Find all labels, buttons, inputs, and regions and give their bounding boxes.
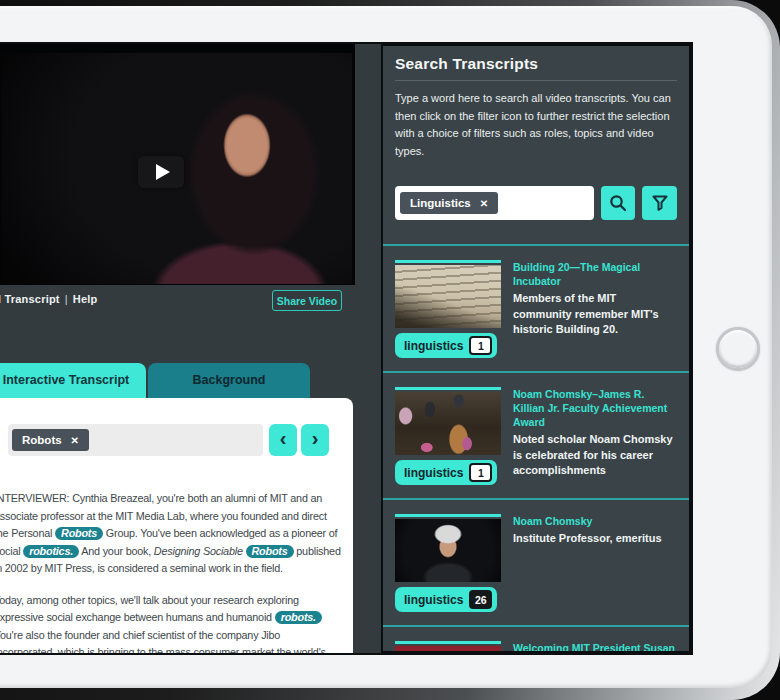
- result-description: Noted scholar Noam Chomsky is celebrated…: [513, 432, 677, 479]
- next-match-button[interactable]: ›: [301, 424, 329, 456]
- result-row-susan-hockfield[interactable]: Welcoming MIT President Susan Hockfield …: [383, 627, 689, 653]
- transcript-links: ad Transcript|Help: [0, 293, 97, 305]
- home-button[interactable]: [716, 327, 760, 371]
- transcript-filter-chip[interactable]: Robots ✕: [12, 429, 89, 451]
- download-transcript-link[interactable]: ad Transcript: [0, 293, 60, 305]
- funnel-icon: [650, 193, 670, 213]
- chip-label: Linguistics: [410, 197, 471, 209]
- search-term-chip[interactable]: Linguistics ✕: [400, 192, 498, 214]
- transcript-keyword-chip[interactable]: Robots: [246, 545, 294, 558]
- transcript-keyword-chip[interactable]: Robots: [55, 527, 103, 540]
- transcript-search-bar[interactable]: Robots ✕: [8, 424, 263, 456]
- transcript-text-segment: Today, among other topics, we'll talk ab…: [0, 594, 299, 624]
- result-description: Members of the MIT community remember MI…: [513, 291, 677, 338]
- tab-interactive-transcript[interactable]: Interactive Transcript: [0, 363, 146, 398]
- transcript-text-segment: Designing Sociable: [154, 545, 243, 557]
- search-button[interactable]: [601, 186, 636, 220]
- transcript-text: INTERVIEWER: Cynthia Breazeal, you're bo…: [0, 490, 342, 655]
- keyword-badge[interactable]: linguistics 1: [395, 333, 497, 358]
- badge-count: 1: [469, 336, 492, 355]
- result-row-killian-award[interactable]: linguistics 1 Noam Chomsky–James R. Kill…: [383, 373, 689, 498]
- thumbnail-accent-bar: [395, 260, 501, 263]
- help-link[interactable]: Help: [73, 293, 98, 305]
- badge-label: linguistics: [404, 339, 463, 353]
- transcript-paragraph-1: INTERVIEWER: Cynthia Breazeal, you're bo…: [0, 490, 342, 578]
- transcript-card: Robots ✕ ‹ › INTERVIEWER: Cynthia Breaze…: [0, 398, 353, 653]
- transcript-keyword-chip[interactable]: robots.: [275, 611, 322, 624]
- video-player[interactable]: [0, 44, 355, 285]
- remove-chip-icon[interactable]: ✕: [71, 435, 79, 446]
- badge-count: 26: [469, 590, 492, 609]
- transcript-text-segment: And your book,: [79, 545, 154, 557]
- result-thumbnail[interactable]: [395, 265, 501, 328]
- play-icon: [156, 164, 170, 180]
- previous-match-button[interactable]: ‹: [269, 424, 297, 456]
- result-thumbnail[interactable]: [395, 392, 501, 455]
- search-row: Linguistics ✕: [395, 186, 677, 220]
- transcript-keyword-chip[interactable]: robotics.: [23, 545, 79, 558]
- result-thumbnail[interactable]: [395, 519, 501, 582]
- magnifier-icon: [608, 193, 628, 213]
- chip-label: Robots: [22, 434, 62, 446]
- tab-background[interactable]: Background: [148, 363, 310, 398]
- result-row-building-20[interactable]: linguistics 1 Building 20—The Magical In…: [383, 246, 689, 371]
- play-button[interactable]: [138, 156, 184, 188]
- result-title-link[interactable]: Noam Chomsky: [513, 514, 677, 528]
- transcript-text-segment: You're also the founder and chief scient…: [0, 629, 326, 656]
- share-video-button[interactable]: Share Video: [272, 290, 342, 311]
- result-thumbnail[interactable]: [395, 646, 501, 653]
- search-input[interactable]: Linguistics ✕: [395, 186, 594, 220]
- divider: [395, 80, 677, 81]
- keyword-badge[interactable]: linguistics 1: [395, 460, 497, 485]
- keyword-badge[interactable]: linguistics 26: [395, 587, 497, 612]
- video-still: [2, 53, 352, 284]
- result-row-noam-chomsky[interactable]: linguistics 26 Noam Chomsky Institute Pr…: [383, 500, 689, 625]
- badge-label: linguistics: [404, 466, 463, 480]
- badge-count: 1: [469, 463, 492, 482]
- thumbnail-accent-bar: [395, 387, 501, 390]
- panel-title: Search Transcripts: [395, 55, 677, 73]
- search-transcripts-panel: Search Transcripts Type a word here to s…: [381, 44, 691, 653]
- search-results-list: linguistics 1 Building 20—The Magical In…: [383, 244, 689, 653]
- filter-button[interactable]: [642, 186, 677, 220]
- transcript-paragraph-2: Today, among other topics, we'll talk ab…: [0, 592, 342, 656]
- result-title-link[interactable]: Noam Chomsky–James R. Killian Jr. Facult…: [513, 387, 677, 429]
- tablet-screen: ad Transcript|Help Share Video Interacti…: [0, 42, 693, 655]
- thumbnail-accent-bar: [395, 641, 501, 644]
- panel-description: Type a word here to search all video tra…: [395, 90, 677, 160]
- thumbnail-accent-bar: [395, 514, 501, 517]
- remove-term-icon[interactable]: ✕: [480, 198, 488, 209]
- link-separator: |: [65, 293, 68, 305]
- badge-label: linguistics: [404, 593, 463, 607]
- result-title-link[interactable]: Building 20—The Magical Incubator: [513, 260, 677, 288]
- result-description: Institute Professor, emeritus: [513, 531, 677, 547]
- result-title-link[interactable]: Welcoming MIT President Susan Hockfield: [513, 641, 677, 653]
